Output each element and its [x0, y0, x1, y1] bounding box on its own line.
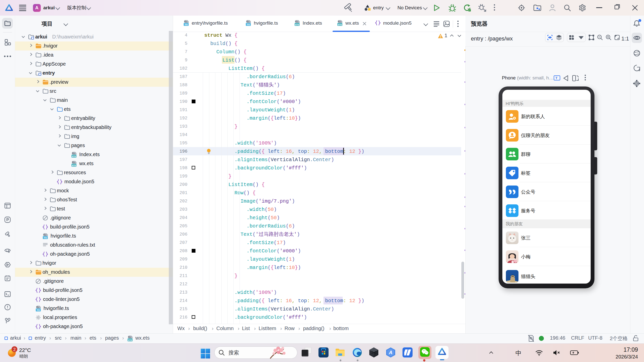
svg-text:TS: TS	[185, 23, 188, 26]
svg-text:ETS: ETS	[72, 164, 76, 167]
svg-text:TS: TS	[37, 309, 40, 311]
svg-text:ETS: ETS	[72, 155, 76, 158]
svg-text:ETS: ETS	[295, 24, 299, 26]
svg-text:2: 2	[13, 347, 16, 352]
svg-text:TS: TS	[247, 23, 250, 26]
svg-text:TS: TS	[44, 237, 47, 239]
svg-text:ETS: ETS	[128, 339, 132, 341]
svg-text:ETS: ETS	[338, 24, 342, 26]
svg-text:A: A	[389, 350, 392, 355]
